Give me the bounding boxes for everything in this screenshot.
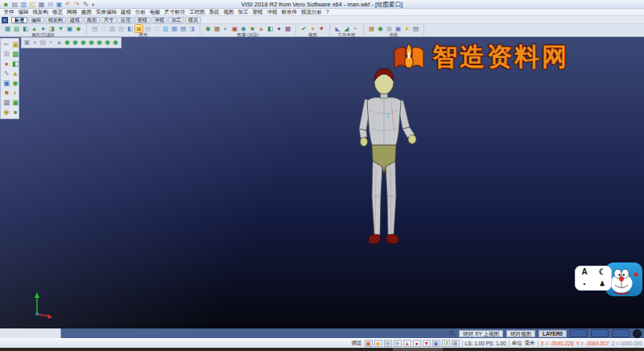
menu-item[interactable]: 修正 xyxy=(51,9,65,15)
menu-item[interactable]: 加工 xyxy=(236,9,250,15)
3d-viewport[interactable]: ▣●▤◐▲◉◉◉◉◉◉◉ ✂▣⊞▦●◧✎▲▣◉■◐▦▣◉● 智造资料网 xyxy=(0,37,644,328)
view-toolbar-icon[interactable]: ◐ xyxy=(47,39,55,47)
ribbon-icon[interactable]: ◧ xyxy=(266,25,274,32)
ribbon-icon[interactable]: □ xyxy=(100,25,107,32)
human-figure-model[interactable] xyxy=(338,61,427,251)
snap-toggle-icon[interactable]: ⊞ xyxy=(452,340,460,347)
left-palette-icon[interactable]: ▦ xyxy=(2,98,10,107)
left-palette-icon[interactable]: ● xyxy=(11,108,19,117)
view-mode-chip[interactable]: 绝对 XY 上视图 xyxy=(459,330,503,337)
left-palette-icon[interactable]: ✂ xyxy=(2,40,10,49)
left-palette-icon[interactable]: ▣ xyxy=(11,40,19,49)
view-toolbar-icon[interactable]: ● xyxy=(31,39,39,47)
toolbar-tab[interactable]: 曲面 xyxy=(84,17,100,23)
toolbar-tab[interactable]: 塑模 xyxy=(134,17,151,23)
layer-chip[interactable]: LAYER0 xyxy=(539,330,567,337)
menu-item[interactable]: 建模 xyxy=(119,9,134,15)
quick-access-icon[interactable]: ◱ xyxy=(29,1,36,8)
ribbon-icon[interactable]: ◢ xyxy=(343,25,350,32)
left-palette-icon[interactable]: ◉ xyxy=(2,108,10,117)
quick-access-icon[interactable]: ✎ xyxy=(82,1,89,8)
menu-item[interactable]: 冲模 xyxy=(265,9,279,15)
color-swatch[interactable] xyxy=(612,329,630,337)
quick-access-icon[interactable]: ▥ xyxy=(20,1,27,8)
menu-item[interactable]: ? xyxy=(324,9,332,15)
status-orb-icon[interactable] xyxy=(633,329,642,338)
toolbar-tab[interactable]: 冲模 xyxy=(151,17,167,23)
view-toolbar-icon[interactable]: ◉ xyxy=(64,39,71,47)
ribbon-icon[interactable]: ✔ xyxy=(300,25,308,32)
ribbon-icon[interactable]: ● xyxy=(275,25,283,32)
toolbar-tab[interactable]: 尺寸 xyxy=(101,17,117,23)
prompt-input-area[interactable] xyxy=(0,328,61,338)
left-palette-icon[interactable]: ◧ xyxy=(11,60,19,68)
snap-toggle-icon[interactable]: ● xyxy=(413,340,421,347)
ribbon-icon[interactable]: ▥ xyxy=(162,25,169,32)
ribbon-icon[interactable]: ◉ xyxy=(377,25,384,32)
quick-access-icon[interactable]: ▦ xyxy=(38,1,45,8)
snap-toggle-icon[interactable]: ▼ xyxy=(423,340,431,347)
ribbon-icon[interactable]: ▦ xyxy=(213,25,221,32)
ribbon-icon[interactable]: ▥ xyxy=(109,25,116,32)
menu-item[interactable]: 文件 xyxy=(2,9,16,15)
view-toolbar-icon[interactable]: ◉ xyxy=(88,39,95,47)
ribbon-icon[interactable]: ● xyxy=(309,25,316,32)
menu-item[interactable]: 电极 xyxy=(148,9,163,15)
ribbon-icon[interactable]: ▦ xyxy=(368,25,375,32)
snap-toggle-icon[interactable]: ▣ xyxy=(432,340,440,347)
quick-access-icon[interactable]: ↶ xyxy=(64,1,72,8)
search-icon[interactable] xyxy=(449,330,456,337)
left-palette-icon[interactable]: ▣ xyxy=(2,79,10,88)
ribbon-icon[interactable]: ▤ xyxy=(412,25,419,32)
view-toolbar-icon[interactable]: ◉ xyxy=(96,39,103,47)
ribbon-icon[interactable]: ◆ xyxy=(75,25,82,32)
menu-item[interactable]: 分析 xyxy=(134,9,148,15)
ribbon-icon[interactable]: ◧ xyxy=(126,25,134,32)
ribbon-icon[interactable]: ★ xyxy=(403,25,411,32)
view-toolbar-icon[interactable]: ◉ xyxy=(104,39,111,47)
ribbon-icon[interactable]: ◨ xyxy=(188,25,196,32)
left-palette-icon[interactable]: ▦ xyxy=(11,50,19,59)
ribbon-icon[interactable]: ▣ xyxy=(394,25,402,32)
ribbon-icon[interactable]: + xyxy=(352,25,359,32)
left-palette-icon[interactable]: ▲ xyxy=(11,69,19,78)
ribbon-icon[interactable]: ▼ xyxy=(318,25,325,32)
menu-item[interactable]: 尺寸标注 xyxy=(163,9,188,15)
doraemon-speech-panel[interactable]: A ☾ • ♟ xyxy=(575,266,612,291)
menu-item[interactable]: 标准件 xyxy=(279,9,299,15)
snap-toggle-icon[interactable]: ▣ xyxy=(365,340,373,347)
color-swatch[interactable] xyxy=(570,329,588,337)
menu-item[interactable]: 塑模 xyxy=(250,9,265,15)
menu-item[interactable]: 曲面 xyxy=(80,9,94,15)
ribbon-icon[interactable]: ▦ xyxy=(284,25,291,32)
ribbon-icon[interactable]: ▤ xyxy=(118,25,125,32)
ribbon-icon[interactable]: ▤ xyxy=(144,25,151,32)
toolbar-tab[interactable]: 加工 xyxy=(168,17,184,23)
snap-toggle-icon[interactable]: ◆ xyxy=(374,340,382,347)
ribbon-icon[interactable]: □ xyxy=(153,25,160,32)
toolbar-tab[interactable]: 应用 xyxy=(118,17,134,23)
view-toolbar-icon[interactable]: ▲ xyxy=(56,39,63,47)
quick-access-icon[interactable]: ■ xyxy=(2,1,10,8)
menu-item[interactable]: 网格 xyxy=(65,9,80,15)
ribbon-icon[interactable]: ◎ xyxy=(386,25,393,32)
view-toolbar-icon[interactable]: ◉ xyxy=(112,39,119,47)
menu-item[interactable]: 编辑 xyxy=(16,9,31,15)
ribbon-icon[interactable]: ◐ xyxy=(222,25,229,32)
ribbon-icon[interactable]: ▲ xyxy=(258,25,265,32)
snap-toggle-icon[interactable]: ↺ xyxy=(442,340,450,347)
view-toolbar-icon[interactable]: ◉ xyxy=(80,39,87,47)
quick-access-icon[interactable]: ▣ xyxy=(56,1,63,8)
menu-item[interactable]: 工程图 xyxy=(188,9,208,15)
ribbon-icon[interactable]: ▤ xyxy=(180,25,187,32)
view-toolbar-icon[interactable]: ◉ xyxy=(72,39,79,47)
quick-access-more-icon[interactable]: ▾ xyxy=(92,2,94,7)
toolbar-tab[interactable]: 建模 xyxy=(67,17,83,23)
left-palette-icon[interactable]: ● xyxy=(2,60,10,68)
ribbon-icon[interactable]: ◧ xyxy=(22,25,29,32)
ribbon-icon[interactable]: ◉ xyxy=(204,25,212,32)
quick-access-icon[interactable]: ⊟ xyxy=(47,1,54,8)
color-swatch[interactable] xyxy=(591,329,609,337)
toolbar-tab[interactable]: 线架构 xyxy=(45,17,66,23)
snap-toggle-icon[interactable]: ▤ xyxy=(384,340,392,347)
